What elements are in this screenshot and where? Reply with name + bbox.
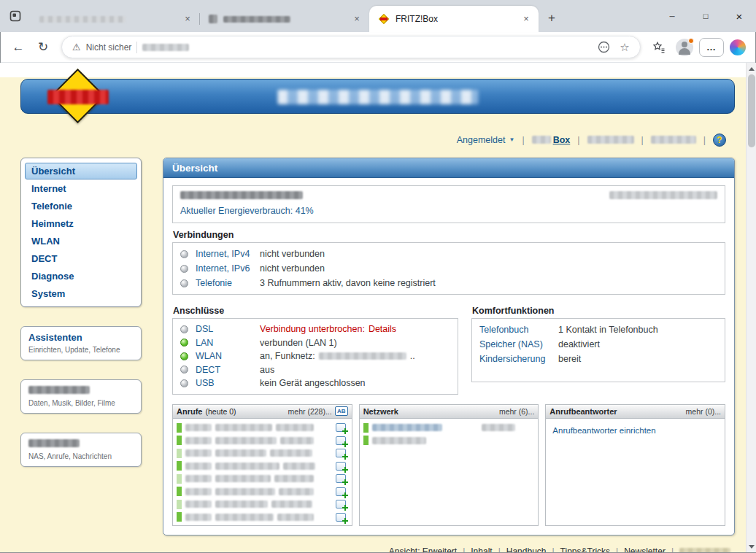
call-type-bar [177,500,182,509]
page-scrollbar[interactable] [746,63,756,552]
new-tab-button[interactable]: + [541,8,562,28]
comfort-label[interactable]: Telefonbuch [479,325,558,335]
sidebar-item-wlan[interactable]: WLAN [25,233,137,250]
tab-close-icon[interactable]: × [520,12,533,26]
sidebar-item-dect[interactable]: DECT [25,250,137,267]
connection-row: Internet, IPv4 nicht verbunden [180,247,717,261]
not-secure-warning-icon: ⚠ [72,42,81,53]
nas-title-redacted [28,439,80,447]
sidebar-item-telefonie[interactable]: Telefonie [25,198,137,214]
sidebar-item-uebersicht[interactable]: Übersicht [25,163,137,179]
device-info-box: Aktueller Energieverbrauch: 41% [172,185,725,223]
connection-status: nicht verbunden [260,249,325,259]
assistants-box[interactable]: Assistenten Einrichten, Update, Telefone [20,326,142,360]
close-window-button[interactable]: × [722,0,756,32]
answering-more-link[interactable]: mehr (0)... [686,407,721,416]
status-dot-gray-icon [180,366,188,374]
media-box[interactable]: Daten, Musik, Bilder, Filme [20,379,142,414]
help-icon[interactable]: ? [713,134,726,147]
call-type-bar [177,512,182,522]
footer-view-link[interactable]: Ansicht: Erweitert [389,546,457,552]
sort-ab-icon[interactable]: AB [335,406,348,416]
settings-menu-button[interactable]: … [699,38,724,57]
profile-avatar[interactable] [676,39,693,56]
footer-manual-link[interactable]: Handbuch [506,546,547,552]
fritzbox-link[interactable]: Box [532,135,571,145]
back-button[interactable]: ← [7,36,29,58]
refresh-button[interactable]: ↻ [32,36,54,58]
network-more-link[interactable]: mehr (6)... [499,407,534,416]
nav-separator: | [703,135,706,145]
device-name-redacted [180,191,303,199]
add-to-phonebook-icon[interactable] [336,436,346,445]
tab-close-icon[interactable]: × [181,12,194,26]
wifi-ssid-redacted [319,352,406,360]
add-to-phonebook-icon[interactable] [336,487,346,496]
nav-link-redacted-1[interactable] [587,136,634,144]
browser-tab-2[interactable]: × [200,6,369,32]
scrollbar-down-icon[interactable] [747,541,756,552]
ports-box: DSL Verbindung unterbrochen: Details [172,318,458,395]
browser-tab-1[interactable]: × [31,6,200,32]
setup-answering-link[interactable]: Anrufbeantworter einrichten [549,422,721,439]
address-divider [136,42,137,53]
add-to-phonebook-icon[interactable] [336,500,346,508]
caret-down-icon: ▼ [509,136,514,143]
tab-favicon-redacted [209,15,217,23]
address-bar[interactable]: ⚠ Nicht sicher ☆ [61,36,641,58]
call-row [177,473,348,486]
status-dot-gray-icon [180,325,188,333]
call-row [177,460,348,473]
calls-panel: Anrufe (heute 0) mehr (228)... AB [172,404,352,526]
fritz-logo [43,70,113,124]
footer-separator: | [552,546,554,552]
add-to-phonebook-icon[interactable] [336,462,346,471]
minimize-button[interactable]: ─ [655,0,689,32]
call-row [177,485,348,498]
tab-close-icon[interactable]: × [350,12,363,26]
favorites-icon[interactable] [648,36,670,58]
maximize-button[interactable]: □ [689,0,722,32]
status-dot-green-icon [180,339,188,347]
sidebar-item-diagnose[interactable]: Diagnose [25,268,137,285]
nas-box[interactable]: NAS, Anrufe, Nachrichten [20,433,142,467]
device-status-bar [363,423,369,433]
sidebar-item-heimnetz[interactable]: Heimnetz [25,215,137,232]
port-row: DSL Verbindung unterbrochen: Details [180,322,450,336]
scrollbar-up-icon[interactable] [747,63,756,74]
copilot-icon[interactable] [730,39,746,55]
browser-tab-fritzbox[interactable]: FRITZ!Box × [369,6,539,32]
network-list [360,419,539,525]
port-row: DECT aus [180,363,450,377]
answering-title: Anrufbeantworter [549,407,617,416]
footer-newsletter-link[interactable]: Newsletter [624,546,666,552]
footer-tips-link[interactable]: Tipps&Tricks [560,546,610,552]
add-to-phonebook-icon[interactable] [336,423,346,432]
sidebar-item-internet[interactable]: Internet [25,180,137,197]
page-actions-icon[interactable] [595,39,612,55]
scrollbar-thumb[interactable] [748,74,755,147]
port-status: verbunden (LAN 1) [260,338,337,348]
logged-in-menu[interactable]: Angemeldet ▼ [457,135,515,145]
add-to-phonebook-icon[interactable] [336,449,346,457]
add-to-phonebook-icon[interactable] [336,474,346,483]
not-secure-label[interactable]: Nicht sicher [86,42,132,53]
comfort-status: bereit [558,354,581,364]
call-type-bar [177,436,182,445]
comfort-label[interactable]: Speicher (NAS) [479,339,558,349]
comfort-label[interactable]: Kindersicherung [479,354,558,364]
calls-more-link[interactable]: mehr (228)... [288,407,332,416]
add-to-phonebook-icon[interactable] [336,513,346,522]
footer-content-link[interactable]: Inhalt [471,546,492,552]
energy-usage-label[interactable]: Aktueller Energieverbrauch: 41% [180,206,717,216]
nav-link-redacted-2[interactable] [651,136,696,144]
tab-title-redacted [39,16,126,23]
bookmark-star-icon[interactable]: ☆ [617,39,633,55]
connection-row: Telefonie 3 Rufnummern aktiv, davon kein… [180,276,717,290]
tab-workspaces-icon[interactable] [4,5,26,27]
details-link[interactable]: Details [369,324,396,334]
footer-link-redacted[interactable] [679,548,730,553]
comfort-row: Kindersicherung bereit [479,352,717,366]
sidebar-menu: Übersicht Internet Telefonie Heimnetz WL… [20,158,142,307]
sidebar-item-system[interactable]: System [25,285,137,302]
